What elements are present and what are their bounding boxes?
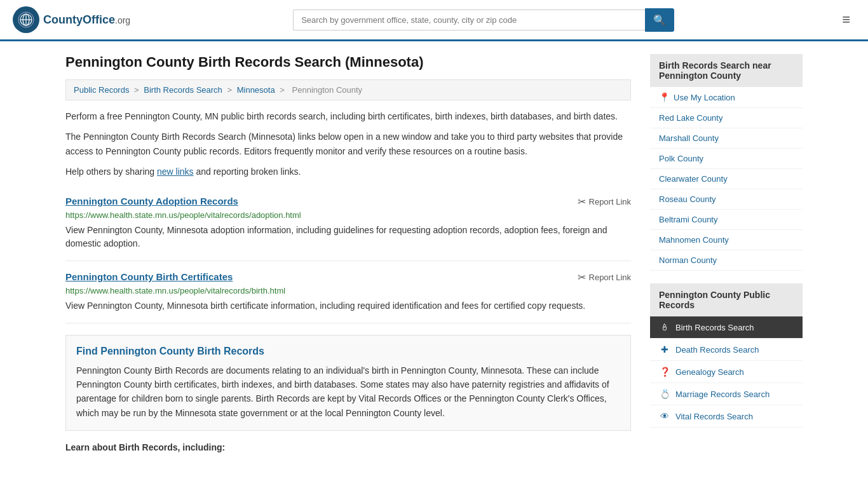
nearby-county-list: 📍 Use My Location Red Lake CountyMarshal… bbox=[650, 87, 803, 271]
pub-record-link-0[interactable]: 🕯 Birth Records Search bbox=[650, 316, 803, 338]
pub-record-link-4[interactable]: 👁 Vital Records Search bbox=[650, 405, 803, 427]
nearby-county-link-3[interactable]: Clearwater County bbox=[650, 169, 803, 189]
logo-suffix: .org bbox=[115, 15, 130, 25]
pub-record-link-1[interactable]: ✚ Death Records Search bbox=[650, 339, 803, 360]
pub-record-label-2: Genealogy Search bbox=[675, 367, 744, 377]
nearby-county-link-1[interactable]: Marshall County bbox=[650, 128, 803, 148]
logo-text: CountyOffice.org bbox=[43, 13, 130, 27]
public-records-heading: Pennington County Public Records bbox=[650, 283, 803, 316]
pub-record-item-1[interactable]: ✚ Death Records Search bbox=[650, 339, 803, 361]
find-section-text: Pennington County Birth Records are docu… bbox=[76, 363, 620, 421]
record-title-row-1: Pennington County Birth Certificates ✂ R… bbox=[65, 271, 631, 283]
search-input[interactable] bbox=[293, 10, 645, 30]
logo-main: CountyOffice bbox=[43, 13, 115, 26]
nearby-county-link-6[interactable]: Mahnomen County bbox=[650, 230, 803, 250]
desc-para3-suffix: and reporting broken links. bbox=[194, 166, 301, 177]
pub-record-icon-2: ❓ bbox=[659, 367, 670, 377]
nearby-county-item-3[interactable]: Clearwater County bbox=[650, 169, 803, 189]
site-header: CountyOffice.org 🔍 ≡ bbox=[0, 0, 868, 41]
breadcrumb: Public Records > Birth Records Search > … bbox=[65, 79, 631, 100]
logo-icon bbox=[13, 6, 39, 33]
pub-record-item-0[interactable]: 🕯 Birth Records Search bbox=[650, 316, 803, 339]
record-entry-1: Pennington County Birth Certificates ✂ R… bbox=[65, 261, 631, 323]
nearby-county-item-5[interactable]: Beltrami County bbox=[650, 210, 803, 230]
learn-heading: Learn about Birth Records, including: bbox=[65, 442, 631, 452]
use-location-item[interactable]: 📍 Use My Location bbox=[650, 87, 803, 108]
pub-record-label-1: Death Records Search bbox=[675, 345, 759, 355]
breadcrumb-current: Pennington County bbox=[292, 85, 363, 95]
record-url-1[interactable]: https://www.health.state.mn.us/people/vi… bbox=[65, 286, 631, 295]
nearby-county-link-4[interactable]: Roseau County bbox=[650, 189, 803, 209]
pub-record-icon-1: ✚ bbox=[659, 344, 670, 355]
record-entry-0: Pennington County Adoption Records ✂ Rep… bbox=[65, 186, 631, 261]
report-label-1: Report Link bbox=[589, 273, 631, 282]
nearby-county-item-6[interactable]: Mahnomen County bbox=[650, 230, 803, 250]
desc-para2: The Pennington County Birth Records Sear… bbox=[65, 130, 631, 158]
record-title-1[interactable]: Pennington County Birth Certificates bbox=[65, 271, 233, 282]
nearby-county-item-7[interactable]: Norman County bbox=[650, 250, 803, 271]
nearby-box: Birth Records Search near Pennington Cou… bbox=[650, 54, 803, 271]
breadcrumb-minnesota[interactable]: Minnesota bbox=[237, 85, 275, 95]
record-title-0[interactable]: Pennington County Adoption Records bbox=[65, 196, 238, 207]
page-title: Pennington County Birth Records Search (… bbox=[65, 54, 631, 71]
nearby-county-link-5[interactable]: Beltrami County bbox=[650, 210, 803, 229]
search-bar: 🔍 bbox=[293, 8, 674, 32]
logo-area: CountyOffice.org bbox=[13, 6, 130, 33]
pub-record-label-3: Marriage Records Search bbox=[675, 390, 770, 399]
pub-record-item-2[interactable]: ❓ Genealogy Search bbox=[650, 361, 803, 383]
nearby-county-item-4[interactable]: Roseau County bbox=[650, 189, 803, 210]
nearby-county-link-0[interactable]: Red Lake County bbox=[650, 108, 803, 128]
pub-record-link-3[interactable]: 💍 Marriage Records Search bbox=[650, 383, 803, 405]
report-link-1[interactable]: ✂ Report Link bbox=[578, 271, 631, 283]
pub-record-item-4[interactable]: 👁 Vital Records Search bbox=[650, 405, 803, 428]
desc-para3-prefix: Help others by sharing bbox=[65, 166, 157, 177]
records-list: Pennington County Adoption Records ✂ Rep… bbox=[65, 186, 631, 323]
nearby-county-item-0[interactable]: Red Lake County bbox=[650, 108, 803, 128]
nearby-county-link-2[interactable]: Polk County bbox=[650, 149, 803, 168]
find-section: Find Pennington County Birth Records Pen… bbox=[65, 335, 631, 431]
pub-record-item-3[interactable]: 💍 Marriage Records Search bbox=[650, 383, 803, 405]
report-link-0[interactable]: ✂ Report Link bbox=[578, 196, 631, 208]
new-links-link[interactable]: new links bbox=[157, 166, 194, 177]
use-location-link[interactable]: 📍 Use My Location bbox=[650, 87, 803, 107]
breadcrumb-sep3: > bbox=[280, 85, 287, 95]
record-desc-1: View Pennington County, Minnesota birth … bbox=[65, 299, 631, 313]
pub-record-icon-3: 💍 bbox=[659, 389, 670, 399]
record-desc-0: View Pennington County, Minnesota adopti… bbox=[65, 224, 631, 250]
nearby-county-item-2[interactable]: Polk County bbox=[650, 149, 803, 169]
main-container: Pennington County Birth Records Search (… bbox=[53, 41, 815, 465]
record-title-row-0: Pennington County Adoption Records ✂ Rep… bbox=[65, 196, 631, 208]
breadcrumb-birth-records[interactable]: Birth Records Search bbox=[144, 85, 222, 95]
public-records-box: Pennington County Public Records 🕯 Birth… bbox=[650, 283, 803, 428]
scissors-icon-0: ✂ bbox=[578, 196, 586, 208]
pub-record-label-0: Birth Records Search bbox=[675, 323, 754, 332]
pub-record-icon-0: 🕯 bbox=[659, 322, 670, 332]
nearby-heading: Birth Records Search near Pennington Cou… bbox=[650, 54, 803, 87]
breadcrumb-public-records[interactable]: Public Records bbox=[74, 85, 129, 95]
report-label-0: Report Link bbox=[589, 197, 631, 207]
breadcrumb-sep2: > bbox=[227, 85, 234, 95]
search-button[interactable]: 🔍 bbox=[645, 8, 674, 32]
breadcrumb-sep1: > bbox=[134, 85, 141, 95]
find-section-heading: Find Pennington County Birth Records bbox=[76, 346, 620, 357]
hamburger-menu-button[interactable]: ≡ bbox=[837, 9, 855, 30]
pub-record-label-4: Vital Records Search bbox=[675, 412, 753, 421]
sidebar: Birth Records Search near Pennington Cou… bbox=[650, 54, 803, 452]
pub-record-icon-4: 👁 bbox=[659, 411, 670, 421]
nearby-county-item-1[interactable]: Marshall County bbox=[650, 128, 803, 149]
desc-para3: Help others by sharing new links and rep… bbox=[65, 165, 631, 179]
pub-record-link-2[interactable]: ❓ Genealogy Search bbox=[650, 361, 803, 383]
nearby-county-link-7[interactable]: Norman County bbox=[650, 250, 803, 270]
desc-para1: Perform a free Pennington County, MN pub… bbox=[65, 109, 631, 123]
content-area: Pennington County Birth Records Search (… bbox=[65, 54, 631, 452]
scissors-icon-1: ✂ bbox=[578, 271, 586, 283]
use-location-label: Use My Location bbox=[674, 93, 735, 102]
location-icon: 📍 bbox=[659, 92, 670, 102]
public-records-list: 🕯 Birth Records Search ✚ Death Records S… bbox=[650, 316, 803, 428]
record-url-0[interactable]: https://www.health.state.mn.us/people/vi… bbox=[65, 210, 631, 220]
